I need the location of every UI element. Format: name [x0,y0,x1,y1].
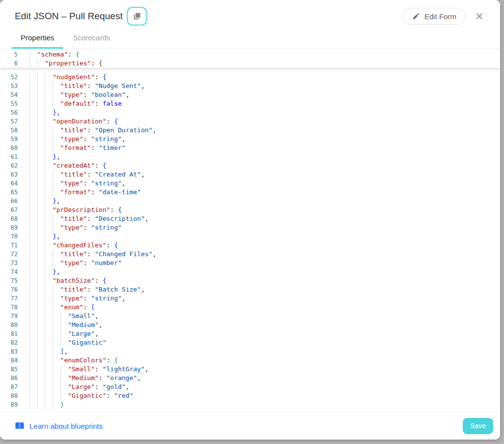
code-text: "properties": { [29,59,103,68]
code-line[interactable]: 81"Large", [0,329,500,338]
code-line[interactable]: 53"title": "Nudge Sent", [0,82,500,90]
code-line[interactable]: 67"prDescription": { [0,206,500,214]
save-button[interactable]: Save [463,418,493,434]
code-line[interactable]: 89} [0,400,500,409]
code-line[interactable]: 77"type": "string", [0,294,500,303]
indent-guide [53,285,60,294]
code-line[interactable]: 78"enum": [ [0,303,500,312]
edit-form-button[interactable]: Edit Form [403,8,466,25]
token: , [56,153,60,160]
indent-guide [53,188,60,197]
token: { [99,59,103,67]
indent-guide [53,303,60,312]
indent-guide [45,303,53,312]
code-line[interactable]: 65"format": "date-time" [0,188,500,197]
code-line[interactable]: 54"type": "boolean", [0,90,500,99]
code-line[interactable]: 86"Medium": "orange", [0,374,500,383]
code-line[interactable]: 70}, [0,232,500,241]
code-line[interactable]: 52"nudgeSent": { [0,73,500,82]
code-line[interactable]: 74}, [0,267,500,276]
code-line[interactable]: 75"batchSize": { [0,276,500,285]
indent-guide [45,108,53,117]
line-number: 77 [0,294,18,303]
code-line[interactable]: 71"changedFiles": { [0,241,500,250]
token: } [53,268,56,275]
code-line[interactable]: 5"schema": { [0,50,500,59]
token: "Medium" [68,374,99,382]
token: "string" [91,135,122,143]
indent-guide [53,365,60,374]
code-line[interactable]: 68"title": "Description", [0,214,500,223]
code-line[interactable]: 66}, [0,197,500,206]
indent-guide [29,356,37,365]
indent-guide [45,126,53,135]
code-text: "schema": { [29,50,80,59]
indent-guide [37,108,45,117]
indent-guide [53,170,60,179]
line-number: 61 [0,152,18,161]
code-line[interactable]: 6"properties": { [0,59,500,68]
token: , [122,135,126,143]
token: "gold" [103,383,126,390]
code-line[interactable]: 84"enumColors": { [0,356,500,365]
code-line[interactable]: 76"title": "Batch Size", [0,285,500,294]
indent-guide [29,400,37,409]
indent-guide [45,241,53,250]
token: { [103,277,107,284]
json-editor[interactable]: 5"schema": {6"properties": { 52"nudgeSen… [0,49,500,412]
indent-guide [29,90,37,99]
code-text: "batchSize": { [29,276,107,285]
line-number: 71 [0,241,18,250]
indent-guide [53,99,60,108]
indent-guide [53,400,60,409]
line-number: 6 [0,59,18,68]
code-line[interactable]: 87"Large": "gold", [0,383,500,391]
token: { [76,51,80,58]
code-line[interactable]: 73"type": "number" [0,259,500,267]
code-line[interactable]: 55"default": false [0,99,500,108]
code-line[interactable]: 69"type": "string" [0,223,500,232]
close-button[interactable] [473,9,486,23]
indent-guide [29,259,37,267]
code-line[interactable]: 58"title": "Open Duration", [0,126,500,135]
indent-guide [29,108,37,117]
tab-scorecards[interactable]: Scorecards [64,29,119,49]
indent-guide [53,338,60,347]
indent-guide [60,383,68,391]
code-line[interactable]: 63"title": "Created At", [0,170,500,179]
indent-guide [37,206,45,214]
tab-properties[interactable]: Properties [12,29,63,49]
code-line[interactable]: 64"type": "string", [0,179,500,188]
code-line[interactable]: 82"Gigantic" [0,338,500,347]
line-number: 52 [0,73,18,82]
indent-guide [45,259,53,267]
code-line[interactable]: 83], [0,347,500,356]
code-line[interactable]: 88"Gigantic": "red" [0,391,500,400]
code-line[interactable]: 85"Small": "lightGray", [0,365,500,374]
code-line[interactable]: 80"Medium", [0,321,500,329]
line-number: 63 [0,170,18,179]
indent-guide [29,374,37,383]
token: : [84,303,91,311]
indent-guide [53,259,60,267]
code-line[interactable]: 60"format": "timer" [0,144,500,152]
code-line[interactable]: 59"type": "string", [0,135,500,144]
line-number: 82 [0,338,18,347]
tab-bar: Properties Scorecards [0,27,500,49]
code-line[interactable]: 57"openDuration": { [0,117,500,126]
code-line[interactable]: 79"Small", [0,312,500,321]
indent-guide [37,117,45,126]
code-line[interactable]: 62"createdAt": { [0,161,500,170]
indent-guide [45,365,53,374]
indent-guide [37,356,45,365]
code-line[interactable]: 61}, [0,152,500,161]
line-number: 89 [0,400,18,409]
code-line[interactable]: 56}, [0,108,500,117]
indent-guide [45,73,53,82]
code-line[interactable]: 72"title": "Changed Files", [0,250,500,259]
learn-about-blueprints-link[interactable]: Learn about blueprints [15,421,103,431]
line-number: 74 [0,267,18,276]
copy-json-button[interactable] [127,7,147,26]
indent-guide [29,50,37,59]
indent-guide [37,400,45,409]
